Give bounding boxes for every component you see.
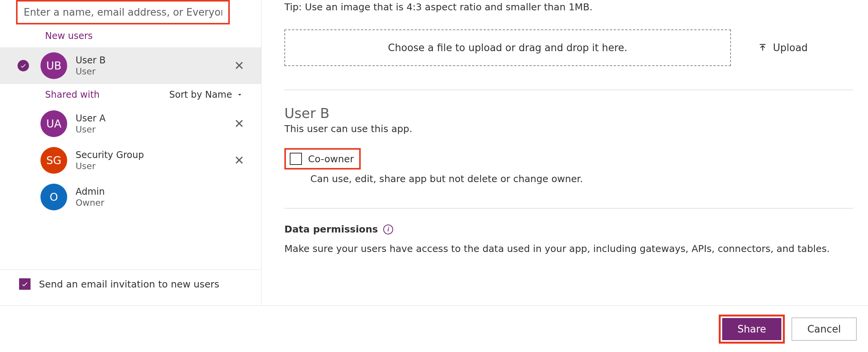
info-icon[interactable]: i [383, 224, 393, 234]
remove-user-icon[interactable]: ✕ [226, 153, 252, 168]
sort-dropdown[interactable]: Sort by Name [169, 89, 244, 100]
image-tip-text: Tip: Use an image that is 4:3 aspect rat… [284, 2, 853, 13]
share-button-highlight: Share [719, 315, 785, 344]
user-role: User [76, 161, 226, 171]
email-invite-row[interactable]: Send an email invitation to new users [0, 270, 261, 298]
section-new-users: New users [0, 24, 261, 47]
avatar: O [40, 184, 67, 210]
email-invite-checkbox[interactable] [19, 278, 31, 290]
avatar: UA [40, 110, 67, 137]
search-input[interactable] [24, 6, 222, 18]
user-row-new[interactable]: UB User B User ✕ [0, 47, 261, 84]
user-role: User [76, 66, 226, 76]
divider [284, 90, 853, 90]
user-name: Security Group [76, 150, 226, 160]
dialog-footer: Share Cancel [0, 305, 868, 352]
user-name: User A [76, 113, 226, 124]
cancel-button[interactable]: Cancel [792, 318, 857, 341]
divider [284, 208, 853, 208]
selected-check-icon [18, 60, 29, 71]
search-container [0, 0, 261, 24]
upload-label: Upload [773, 42, 808, 53]
user-name: Admin [76, 186, 252, 197]
coowner-label: Co-owner [308, 153, 354, 165]
section-shared-with: Shared with [45, 89, 100, 100]
remove-user-icon[interactable]: ✕ [226, 58, 252, 73]
chevron-down-icon [236, 91, 244, 98]
search-input-highlight [16, 0, 230, 24]
data-permissions-title: Data permissions [284, 224, 378, 235]
avatar: SG [40, 147, 67, 174]
user-row-shared[interactable]: O Admin Owner [0, 179, 261, 215]
user-role: User [76, 124, 226, 134]
upload-icon [758, 43, 768, 53]
coowner-checkbox[interactable] [290, 153, 302, 165]
remove-user-icon[interactable]: ✕ [226, 116, 252, 131]
user-role: Owner [76, 198, 252, 208]
upload-dropzone[interactable]: Choose a file to upload or drag and drop… [284, 29, 731, 66]
coowner-desc: Can use, edit, share app but not delete … [310, 173, 853, 184]
email-invite-label: Send an email invitation to new users [39, 279, 219, 290]
user-name: User B [76, 55, 226, 66]
user-row-shared[interactable]: UA User A User ✕ [0, 105, 261, 142]
sort-label: Sort by Name [169, 89, 232, 100]
data-permissions-desc: Make sure your users have access to the … [284, 243, 853, 254]
coowner-highlight: Co-owner [284, 148, 361, 170]
share-button[interactable]: Share [722, 318, 781, 340]
selected-user-desc: This user can use this app. [284, 123, 853, 134]
avatar: UB [40, 52, 67, 79]
user-row-shared[interactable]: SG Security Group User ✕ [0, 142, 261, 179]
selected-user-name: User B [284, 105, 853, 121]
upload-button[interactable]: Upload [758, 42, 808, 53]
